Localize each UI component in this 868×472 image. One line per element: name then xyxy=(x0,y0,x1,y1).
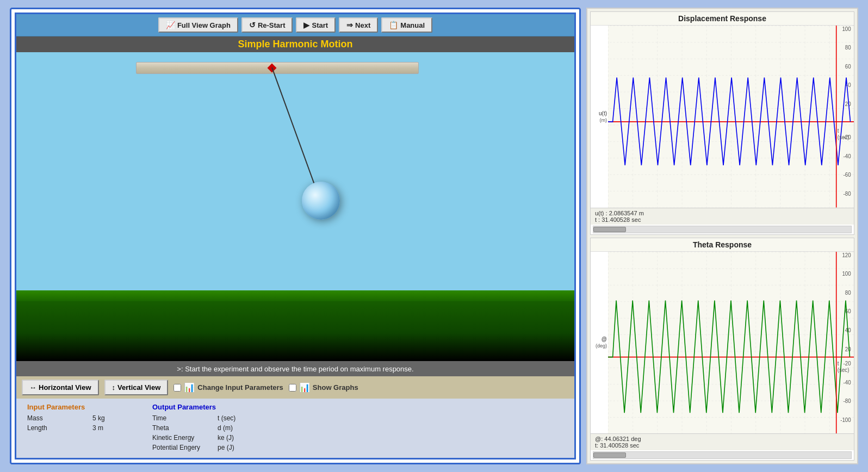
vertical-icon: ↕ xyxy=(112,383,116,392)
displacement-scrollbar-thumb[interactable] xyxy=(593,227,626,232)
potential-energy-label: Potential Engery xyxy=(152,444,207,451)
pendulum-bob xyxy=(302,182,340,220)
length-value: 3 m xyxy=(92,424,120,432)
bottom-controls: ↔ Horizontal View ↕ Vertical View 📊 Chan… xyxy=(16,376,574,399)
status-text: >: Start the experiment and observe the … xyxy=(177,365,413,373)
show-graphs-checkbox[interactable] xyxy=(289,384,296,392)
theta-unit: d (m) xyxy=(218,424,245,432)
right-panel: Displacement Response u(t) (m) xyxy=(586,8,858,464)
bar-chart-icon: 📊 xyxy=(184,382,195,393)
displacement-scrollbar[interactable] xyxy=(593,226,852,233)
kinetic-row: Kinetic Energy ke (J) xyxy=(152,434,245,442)
start-button[interactable]: ▶ Start xyxy=(296,17,336,33)
theta-theta-readout: @: 44.06321 deg xyxy=(595,436,850,442)
params-section: Input Parameters Mass 5 kg Length 3 m Ou… xyxy=(16,399,574,458)
svg-text:t: t xyxy=(838,360,839,367)
svg-text:(sec): (sec) xyxy=(838,367,850,373)
theta-y-axis: @ (deg) xyxy=(591,252,608,434)
theta-y-axis-unit: (deg) xyxy=(596,343,607,349)
svg-text:-40: -40 xyxy=(844,153,851,159)
svg-text:80: 80 xyxy=(845,45,851,51)
left-panel: 📈 Full View Graph ↺ Re-Start ▶ Start ⇒ N… xyxy=(10,8,581,464)
theta-graph-panel: Theta Response @ (deg) 1 xyxy=(590,238,854,461)
next-icon: ⇒ xyxy=(346,21,353,29)
kinetic-energy-label: Kinetic Energy xyxy=(152,434,207,442)
toolbar: 📈 Full View Graph ↺ Re-Start ▶ Start ⇒ N… xyxy=(16,14,574,36)
displacement-readout: u(t) : 2.0863547 m t : 31.400528 sec xyxy=(591,208,854,225)
horizontal-view-button[interactable]: ↔ Horizontal View xyxy=(22,380,99,395)
svg-text:-80: -80 xyxy=(844,191,851,197)
main-container: 📈 Full View Graph ↺ Re-Start ▶ Start ⇒ N… xyxy=(10,8,858,464)
displacement-u-readout: u(t) : 2.0863547 m xyxy=(595,210,850,216)
output-params-header: Output Parameters xyxy=(152,403,245,411)
theta-readout: @: 44.06321 deg t: 31.400528 sec xyxy=(591,433,854,450)
svg-text:100: 100 xyxy=(842,26,851,32)
horizontal-icon: ↔ xyxy=(29,383,36,392)
svg-rect-15 xyxy=(608,252,854,434)
inner-panel: 📈 Full View Graph ↺ Re-Start ▶ Start ⇒ N… xyxy=(15,13,576,459)
show-graphs-label: Show Graphs xyxy=(313,383,358,392)
graph-icon: 📊 xyxy=(299,382,310,393)
vertical-view-label: Vertical View xyxy=(117,383,160,392)
displacement-graph-panel: Displacement Response u(t) (m) xyxy=(590,11,854,235)
start-icon: ▶ xyxy=(303,21,309,29)
input-params-header: Input Parameters xyxy=(27,403,120,411)
svg-text:t: t xyxy=(838,128,839,134)
theta-graph-content: @ (deg) 120 100 80 xyxy=(591,252,854,434)
time-label: Time xyxy=(152,414,207,422)
kinetic-energy-unit: ke (J) xyxy=(218,434,245,442)
restart-label: Re-Start xyxy=(258,21,286,29)
status-bar: >: Start the experiment and observe the … xyxy=(16,361,574,376)
output-params-col: Output Parameters Time t (sec) Theta d (… xyxy=(152,403,245,454)
restart-button[interactable]: ↺ Re-Start xyxy=(241,17,293,33)
restart-icon: ↺ xyxy=(249,21,256,29)
theta-row: Theta d (m) xyxy=(152,424,245,432)
change-input-checkbox[interactable] xyxy=(173,384,181,392)
potential-row: Potential Engery pe (J) xyxy=(152,444,245,451)
svg-text:20: 20 xyxy=(845,346,851,352)
length-row: Length 3 m xyxy=(27,424,120,432)
theta-graph-svg-container: 120 100 80 60 40 20 -20 -40 -80 -100 xyxy=(608,252,854,434)
manual-icon: 📋 xyxy=(389,21,398,29)
displacement-y-axis-label: u(t) xyxy=(599,110,607,116)
manual-button[interactable]: 📋 Manual xyxy=(381,17,432,33)
manual-label: Manual xyxy=(400,21,425,29)
next-button[interactable]: ⇒ Next xyxy=(339,17,378,33)
svg-text:60: 60 xyxy=(845,63,851,70)
displacement-t-readout: t : 31.400528 sec xyxy=(595,216,850,223)
theta-scrollbar-thumb[interactable] xyxy=(593,452,626,458)
next-label: Next xyxy=(355,21,370,29)
full-view-graph-label: Full View Graph xyxy=(177,21,231,29)
svg-text:-60: -60 xyxy=(844,172,851,178)
svg-text:-20: -20 xyxy=(844,360,851,367)
potential-energy-unit: pe (J) xyxy=(218,444,245,451)
theta-scrollbar[interactable] xyxy=(593,451,852,459)
show-graphs-group: 📊 Show Graphs xyxy=(289,382,358,393)
svg-text:-80: -80 xyxy=(844,398,851,404)
ground-top xyxy=(16,290,574,301)
input-params-col: Input Parameters Mass 5 kg Length 3 m xyxy=(27,403,120,454)
displacement-y-axis: u(t) (m) xyxy=(591,26,608,208)
svg-text:(sec): (sec) xyxy=(838,134,850,141)
change-input-label: Change Input Parameters xyxy=(197,383,283,392)
theta-label: Theta xyxy=(152,424,207,432)
time-row: Time t (sec) xyxy=(152,414,245,422)
svg-text:-40: -40 xyxy=(844,379,851,386)
svg-text:80: 80 xyxy=(845,289,851,296)
change-input-group: 📊 Change Input Parameters xyxy=(173,382,283,393)
theta-graph-svg: 120 100 80 60 40 20 -20 -40 -80 -100 xyxy=(608,252,854,434)
simulation-area xyxy=(16,52,574,361)
displacement-graph-svg: 100 80 60 40 20 -20 -40 -60 -80 xyxy=(608,26,854,208)
svg-text:100: 100 xyxy=(842,270,851,277)
time-unit: t (sec) xyxy=(218,414,245,422)
displacement-graph-title: Displacement Response xyxy=(591,12,854,26)
theta-y-axis-label: @ xyxy=(602,336,607,342)
page-title: Simple Harmonic Motion xyxy=(238,39,352,49)
displacement-graph-svg-container: 100 80 60 40 20 -20 -40 -60 -80 xyxy=(608,26,854,208)
length-label: Length xyxy=(27,424,82,432)
svg-text:-100: -100 xyxy=(840,417,851,423)
start-label: Start xyxy=(312,21,328,29)
full-view-graph-button[interactable]: 📈 Full View Graph xyxy=(158,17,238,33)
vertical-view-button[interactable]: ↕ Vertical View xyxy=(104,380,169,395)
displacement-graph-content: u(t) (m) 100 80 xyxy=(591,26,854,208)
